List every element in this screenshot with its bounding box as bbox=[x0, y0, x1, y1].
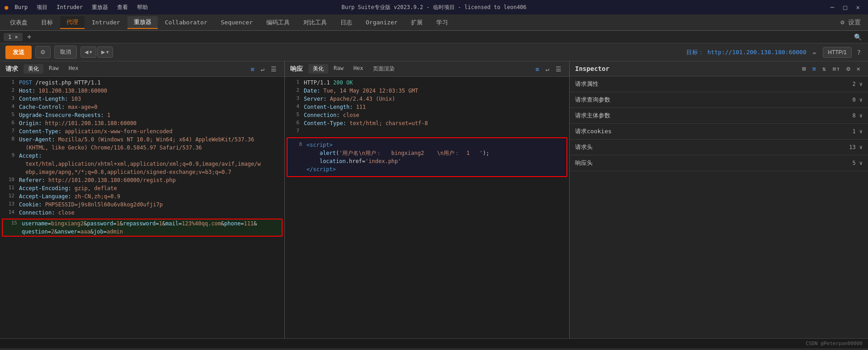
menu-project[interactable]: 项目 bbox=[34, 3, 50, 12]
request-body-highlight: 15 username=bingxiang2&password=1&repass… bbox=[2, 219, 283, 237]
inspector-item-request-headers[interactable]: 请求头 13 ∨ bbox=[570, 140, 868, 155]
request-line-13: 13 Cookie: PHPSESSID=j9s8nl5l60u6v8kog2d… bbox=[0, 201, 284, 209]
prev-button[interactable]: ◀ ▾ bbox=[80, 47, 96, 58]
response-tab-beautify[interactable]: 美化 bbox=[308, 64, 328, 74]
help-icon[interactable]: ? bbox=[855, 49, 863, 56]
request-line-14: 14 Connection: close bbox=[0, 209, 284, 217]
response-ln-icon[interactable]: ↵ bbox=[543, 65, 552, 74]
response-tab-render[interactable]: 页面渲染 bbox=[368, 64, 399, 74]
statusbar: CSDN @Peterpan00000 bbox=[0, 338, 868, 348]
menu-view[interactable]: 查看 bbox=[114, 3, 131, 12]
nav-arrows: ◀ ▾ ▶ ▾ bbox=[80, 47, 113, 58]
http-version-button[interactable]: HTTP/1 bbox=[823, 47, 851, 58]
response-tab-hex[interactable]: Hex bbox=[349, 64, 368, 74]
close-button[interactable]: ✕ bbox=[853, 3, 863, 12]
cancel-button[interactable]: 取消 bbox=[54, 46, 77, 59]
minimize-button[interactable]: ─ bbox=[827, 3, 838, 12]
tab-proxy[interactable]: 代理 bbox=[60, 16, 85, 29]
inspector-items: 请求属性 2 ∨ 请求查询参数 0 ∨ 请求主体参数 8 ∨ 请求cookies… bbox=[570, 76, 868, 171]
inspector-item-count: 13 bbox=[849, 144, 855, 150]
request-menu-icon[interactable]: ☰ bbox=[269, 65, 279, 74]
settings-gear-button[interactable]: ⚙ bbox=[35, 46, 51, 58]
send-button[interactable]: 发送 bbox=[5, 46, 32, 59]
search-icon[interactable]: 🔍 bbox=[851, 32, 864, 42]
add-tab-button[interactable]: + bbox=[24, 33, 34, 41]
titlebar-left: ● Burp 项目 Intruder 重放器 查看 帮助 bbox=[5, 3, 151, 12]
tab-organizer[interactable]: Organizer bbox=[359, 17, 404, 28]
tab-intruder[interactable]: Intruder bbox=[85, 17, 127, 28]
tab-collaborator[interactable]: Collaborator bbox=[159, 17, 214, 28]
tab-target[interactable]: 目标 bbox=[35, 17, 59, 28]
chevron-down-icon: ∨ bbox=[859, 112, 863, 119]
tab-encoder[interactable]: 编码工具 bbox=[260, 17, 296, 28]
request-tab-1[interactable]: 1 × bbox=[4, 33, 23, 41]
response-panel-tabs: 美化 Raw Hex 页面渲染 bbox=[308, 64, 399, 74]
inspector-filter-icon[interactable]: ≡↑ bbox=[830, 64, 842, 73]
settings-button[interactable]: ⚙ 设置 bbox=[837, 17, 864, 28]
response-line-8: 8 <script> bbox=[288, 141, 566, 149]
request-line-7: 7 Content-Type: application/x-www-form-u… bbox=[0, 127, 284, 135]
inspector-item-response-headers[interactable]: 响应头 5 ∨ bbox=[570, 155, 868, 171]
request-line-9c: ebp,image/apng,*/*;q=0.8,application/sig… bbox=[0, 168, 284, 176]
response-script-highlight: 8 <script> alert('用户名\n用户： bingxiang2 \n… bbox=[287, 137, 567, 177]
response-word-wrap-icon[interactable]: ≡ bbox=[533, 65, 541, 74]
request-panel-header: 请求 美化 Raw Hex ≡ ↵ ☰ bbox=[0, 61, 284, 77]
inspector-item-label: 请求属性 bbox=[575, 80, 853, 88]
inspector-item-label: 请求cookies bbox=[575, 127, 853, 135]
response-menu-icon[interactable]: ☰ bbox=[553, 65, 564, 74]
inspector-list-icon[interactable]: ≡ bbox=[810, 64, 818, 73]
tab-dashboard[interactable]: 仪表盘 bbox=[4, 17, 34, 28]
maximize-button[interactable]: □ bbox=[840, 3, 850, 12]
request-line-3: 3 Content-Length: 103 bbox=[0, 95, 284, 103]
inspector-icons: ⊞ ≡ ⇅ ≡↑ ⚙ ✕ bbox=[800, 64, 863, 73]
request-ln-icon[interactable]: ↵ bbox=[259, 65, 267, 74]
request-word-wrap-icon[interactable]: ≡ bbox=[248, 65, 256, 74]
request-line-4: 4 Cache-Control: max-age=0 bbox=[0, 103, 284, 111]
tab-extensions[interactable]: 扩展 bbox=[405, 17, 429, 28]
edit-target-icon[interactable]: ✏ bbox=[810, 49, 819, 56]
inspector-item-query-params[interactable]: 请求查询参数 0 ∨ bbox=[570, 92, 868, 108]
response-code-area: 1 HTTP/1.1 200 OK 2 Date: Tue, 14 May 20… bbox=[285, 77, 569, 338]
response-tab-raw[interactable]: Raw bbox=[329, 64, 348, 74]
tab-comparer[interactable]: 对比工具 bbox=[297, 17, 333, 28]
menu-repeater[interactable]: 重放器 bbox=[89, 3, 111, 12]
request-line-9: 9 Accept: bbox=[0, 152, 284, 160]
inspector-item-label: 请求查询参数 bbox=[575, 96, 853, 104]
menu-help[interactable]: 帮助 bbox=[134, 3, 151, 12]
inspector-item-count: 0 bbox=[853, 97, 856, 103]
request-tab-raw[interactable]: Raw bbox=[44, 64, 63, 74]
request-line-1: 1 POST /regist.php HTTP/1.1 bbox=[0, 79, 284, 87]
response-line-2: 2 Date: Tue, 14 May 2024 12:03:35 GMT bbox=[285, 87, 569, 95]
target-prefix: 目标： bbox=[686, 49, 704, 56]
inspector-close-icon[interactable]: ✕ bbox=[854, 64, 863, 73]
menu-intruder[interactable]: Intruder bbox=[54, 3, 85, 11]
request-line-10: 10 Referer: http://101.200.138.180:60000… bbox=[0, 176, 284, 184]
request-line-15: 15 username=bingxiang2&password=1&repass… bbox=[3, 219, 282, 228]
tab-repeater[interactable]: 重放器 bbox=[127, 16, 158, 29]
menu-burp[interactable]: Burp bbox=[12, 3, 30, 11]
tab-logger[interactable]: 日志 bbox=[334, 17, 359, 28]
request-tab-beautify[interactable]: 美化 bbox=[24, 64, 43, 74]
response-line-5: 5 Connection: close bbox=[285, 111, 569, 119]
request-line-15b: question=2&answer=aaa&job=admin bbox=[3, 228, 282, 236]
inspector-item-cookies[interactable]: 请求cookies 1 ∨ bbox=[570, 124, 868, 140]
inspector-grid-icon[interactable]: ⊞ bbox=[800, 64, 808, 73]
request-panel-title: 请求 bbox=[5, 65, 18, 73]
subtab-bar: 1 × + 🔍 bbox=[0, 31, 868, 43]
request-line-9b: text/html,application/xhtml+xml,applicat… bbox=[0, 160, 284, 168]
tab-learn[interactable]: 学习 bbox=[430, 17, 454, 28]
request-tab-hex[interactable]: Hex bbox=[64, 64, 83, 74]
tab-sequencer[interactable]: Sequencer bbox=[215, 17, 259, 28]
main-content: 请求 美化 Raw Hex ≡ ↵ ☰ 1 POST /regist.php H… bbox=[0, 61, 868, 338]
chevron-down-icon: ∨ bbox=[859, 97, 863, 103]
target-url: http://101.200.138.180:60000 bbox=[708, 49, 807, 56]
response-panel-header: 响应 美化 Raw Hex 页面渲染 ≡ ↵ ☰ bbox=[285, 61, 569, 77]
inspector-item-request-attrs[interactable]: 请求属性 2 ∨ bbox=[570, 76, 868, 92]
inspector-item-body-params[interactable]: 请求主体参数 8 ∨ bbox=[570, 108, 868, 124]
inspector-settings-icon[interactable]: ⚙ bbox=[844, 64, 852, 73]
inspector-sort-icon[interactable]: ⇅ bbox=[820, 64, 828, 73]
request-panel-tabs: 美化 Raw Hex bbox=[24, 64, 83, 74]
response-line-4: 4 Content-Length: 111 bbox=[285, 103, 569, 111]
next-button[interactable]: ▶ ▾ bbox=[97, 47, 113, 58]
request-line-11: 11 Accept-Encoding: gzip, deflate bbox=[0, 184, 284, 192]
